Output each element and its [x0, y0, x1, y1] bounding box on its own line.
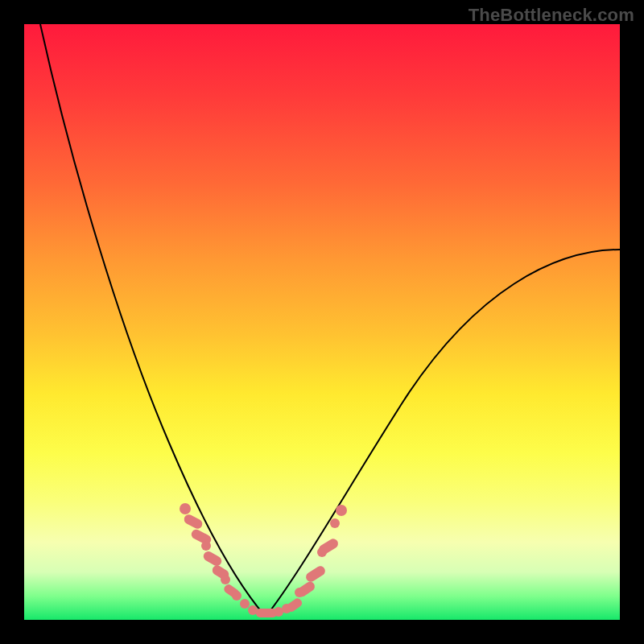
- marker-dot: [221, 575, 230, 584]
- branding-watermark: TheBottleneck.com: [469, 5, 634, 26]
- gradient-plot-area: [24, 24, 620, 620]
- marker-bar: [256, 609, 277, 617]
- marker-dot: [240, 599, 250, 609]
- outer-frame: TheBottleneck.com: [0, 0, 644, 644]
- marker-bar: [202, 550, 224, 568]
- bottleneck-curve-svg: [24, 24, 620, 620]
- marker-dot: [201, 541, 211, 551]
- marker-dot: [336, 505, 347, 516]
- curve-right-branch: [266, 250, 620, 617]
- marker-dot: [232, 591, 242, 601]
- marker-dot: [180, 503, 191, 514]
- marker-group-right: [285, 505, 347, 613]
- marker-group-left: [180, 503, 250, 609]
- marker-group-valley: [248, 604, 291, 617]
- marker-bar: [304, 564, 327, 584]
- marker-bar: [183, 513, 204, 530]
- marker-dot: [330, 518, 340, 528]
- curve-left-branch: [40, 24, 266, 617]
